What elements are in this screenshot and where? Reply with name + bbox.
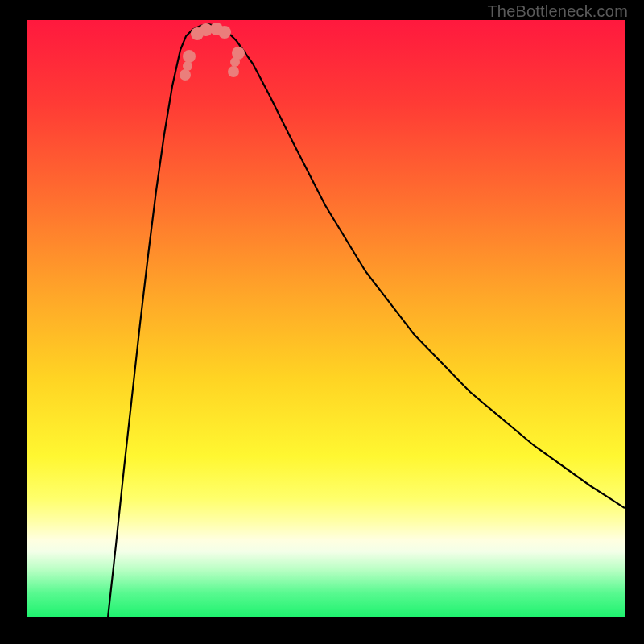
outer-frame: TheBottleneck.com	[0, 0, 644, 644]
bottleneck-curve	[27, 20, 625, 617]
data-marker	[232, 47, 245, 60]
watermark-text: TheBottleneck.com	[487, 2, 628, 21]
plot-area	[27, 20, 625, 617]
data-marker	[180, 69, 191, 80]
data-marker	[218, 26, 231, 39]
data-marker	[228, 66, 239, 77]
data-marker	[183, 50, 196, 63]
